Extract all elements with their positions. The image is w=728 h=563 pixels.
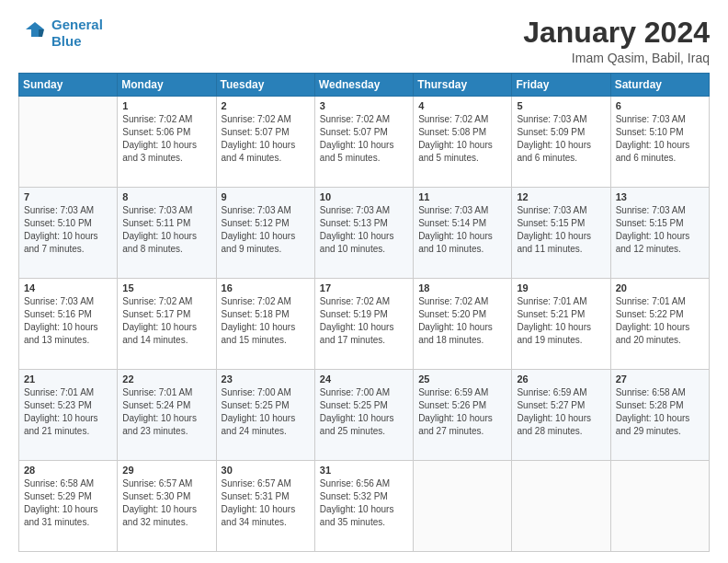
- day-info: Sunrise: 7:02 AMSunset: 5:19 PMDaylight:…: [320, 296, 394, 345]
- table-row: 4 Sunrise: 7:02 AMSunset: 5:08 PMDayligh…: [414, 97, 512, 188]
- day-number: 29: [122, 465, 210, 476]
- table-row: 19 Sunrise: 7:01 AMSunset: 5:21 PMDaylig…: [512, 279, 610, 370]
- day-number: 16: [222, 282, 310, 293]
- day-number: 11: [418, 191, 506, 202]
- day-info: Sunrise: 7:03 AMSunset: 5:10 PMDaylight:…: [24, 205, 98, 254]
- day-number: 5: [517, 100, 605, 111]
- table-row: 14 Sunrise: 7:03 AMSunset: 5:16 PMDaylig…: [19, 279, 118, 370]
- table-row: 26 Sunrise: 6:59 AMSunset: 5:27 PMDaylig…: [512, 370, 610, 461]
- day-number: 6: [616, 100, 704, 111]
- table-row: 25 Sunrise: 6:59 AMSunset: 5:26 PMDaylig…: [414, 370, 512, 461]
- svg-marker-1: [39, 29, 44, 37]
- day-info: Sunrise: 6:59 AMSunset: 5:27 PMDaylight:…: [517, 387, 591, 436]
- day-number: 14: [24, 282, 112, 293]
- header-row: Sunday Monday Tuesday Wednesday Thursday…: [19, 74, 710, 97]
- subtitle: Imam Qasim, Babil, Iraq: [523, 51, 710, 65]
- day-number: 23: [222, 373, 310, 385]
- table-row: 5 Sunrise: 7:03 AMSunset: 5:09 PMDayligh…: [512, 97, 610, 188]
- table-row: [414, 461, 512, 552]
- col-sunday: Sunday: [19, 74, 118, 97]
- day-info: Sunrise: 7:02 AMSunset: 5:07 PMDaylight:…: [320, 114, 394, 163]
- day-number: 8: [122, 191, 210, 202]
- day-number: 10: [320, 191, 408, 202]
- table-row: 13 Sunrise: 7:03 AMSunset: 5:15 PMDaylig…: [610, 188, 709, 279]
- table-row: 22 Sunrise: 7:01 AMSunset: 5:24 PMDaylig…: [118, 370, 216, 461]
- table-row: 7 Sunrise: 7:03 AMSunset: 5:10 PMDayligh…: [19, 188, 118, 279]
- day-info: Sunrise: 7:01 AMSunset: 5:23 PMDaylight:…: [24, 387, 98, 436]
- table-row: 24 Sunrise: 7:00 AMSunset: 5:25 PMDaylig…: [314, 370, 413, 461]
- day-info: Sunrise: 7:03 AMSunset: 5:13 PMDaylight:…: [320, 205, 394, 254]
- day-info: Sunrise: 7:03 AMSunset: 5:10 PMDaylight:…: [616, 114, 690, 163]
- col-thursday: Thursday: [414, 74, 512, 97]
- day-number: 20: [616, 282, 704, 293]
- logo: GeneralBlue: [18, 17, 103, 50]
- day-number: 18: [418, 282, 506, 293]
- day-number: 27: [616, 373, 704, 385]
- table-row: 23 Sunrise: 7:00 AMSunset: 5:25 PMDaylig…: [216, 370, 314, 461]
- table-row: 18 Sunrise: 7:02 AMSunset: 5:20 PMDaylig…: [414, 279, 512, 370]
- day-info: Sunrise: 7:02 AMSunset: 5:20 PMDaylight:…: [418, 296, 493, 345]
- day-info: Sunrise: 7:03 AMSunset: 5:16 PMDaylight:…: [24, 296, 98, 345]
- day-number: 3: [320, 100, 408, 111]
- table-row: 21 Sunrise: 7:01 AMSunset: 5:23 PMDaylig…: [19, 370, 118, 461]
- table-row: 20 Sunrise: 7:01 AMSunset: 5:22 PMDaylig…: [610, 279, 709, 370]
- logo-blue: Blue: [51, 33, 82, 49]
- table-row: 29 Sunrise: 6:57 AMSunset: 5:30 PMDaylig…: [118, 461, 216, 552]
- day-number: 28: [24, 465, 112, 476]
- table-row: 8 Sunrise: 7:03 AMSunset: 5:11 PMDayligh…: [118, 188, 216, 279]
- table-row: 2 Sunrise: 7:02 AMSunset: 5:07 PMDayligh…: [216, 97, 314, 188]
- col-saturday: Saturday: [610, 74, 709, 97]
- day-info: Sunrise: 6:58 AMSunset: 5:29 PMDaylight:…: [24, 478, 98, 527]
- table-row: 11 Sunrise: 7:03 AMSunset: 5:14 PMDaylig…: [414, 188, 512, 279]
- day-number: 26: [517, 373, 605, 385]
- day-number: 9: [222, 191, 310, 202]
- day-info: Sunrise: 7:03 AMSunset: 5:15 PMDaylight:…: [517, 205, 591, 254]
- header: GeneralBlue January 2024 Imam Qasim, Bab…: [18, 17, 710, 65]
- table-row: 17 Sunrise: 7:02 AMSunset: 5:19 PMDaylig…: [314, 279, 413, 370]
- day-info: Sunrise: 7:00 AMSunset: 5:25 PMDaylight:…: [222, 387, 296, 436]
- day-number: 2: [222, 100, 310, 111]
- day-info: Sunrise: 7:03 AMSunset: 5:09 PMDaylight:…: [517, 114, 591, 163]
- day-number: 7: [24, 191, 112, 202]
- day-info: Sunrise: 7:02 AMSunset: 5:07 PMDaylight:…: [222, 114, 296, 163]
- table-row: 16 Sunrise: 7:02 AMSunset: 5:18 PMDaylig…: [216, 279, 314, 370]
- table-row: 15 Sunrise: 7:02 AMSunset: 5:17 PMDaylig…: [118, 279, 216, 370]
- col-monday: Monday: [118, 74, 216, 97]
- col-tuesday: Tuesday: [216, 74, 314, 97]
- table-row: 1 Sunrise: 7:02 AMSunset: 5:06 PMDayligh…: [118, 97, 216, 188]
- day-info: Sunrise: 7:02 AMSunset: 5:08 PMDaylight:…: [418, 114, 493, 163]
- day-number: 12: [517, 191, 605, 202]
- main-title: January 2024: [523, 17, 710, 49]
- calendar-table: Sunday Monday Tuesday Wednesday Thursday…: [18, 73, 710, 552]
- day-number: 24: [320, 373, 408, 385]
- day-number: 15: [122, 282, 210, 293]
- day-number: 21: [24, 373, 112, 385]
- table-row: [610, 461, 709, 552]
- col-friday: Friday: [512, 74, 610, 97]
- day-info: Sunrise: 7:03 AMSunset: 5:11 PMDaylight:…: [122, 205, 197, 254]
- day-info: Sunrise: 7:01 AMSunset: 5:21 PMDaylight:…: [517, 296, 591, 345]
- day-info: Sunrise: 6:58 AMSunset: 5:28 PMDaylight:…: [616, 387, 690, 436]
- day-number: 19: [517, 282, 605, 293]
- day-number: 4: [418, 100, 506, 111]
- page: GeneralBlue January 2024 Imam Qasim, Bab…: [0, 0, 728, 563]
- day-info: Sunrise: 7:01 AMSunset: 5:24 PMDaylight:…: [122, 387, 197, 436]
- day-info: Sunrise: 7:02 AMSunset: 5:17 PMDaylight:…: [122, 296, 197, 345]
- table-row: 28 Sunrise: 6:58 AMSunset: 5:29 PMDaylig…: [19, 461, 118, 552]
- day-number: 13: [616, 191, 704, 202]
- logo-general: General: [51, 17, 103, 32]
- table-row: [19, 97, 118, 188]
- day-info: Sunrise: 7:03 AMSunset: 5:15 PMDaylight:…: [616, 205, 690, 254]
- title-block: January 2024 Imam Qasim, Babil, Iraq: [523, 17, 710, 65]
- table-row: 31 Sunrise: 6:56 AMSunset: 5:32 PMDaylig…: [314, 461, 413, 552]
- col-wednesday: Wednesday: [314, 74, 413, 97]
- table-row: [512, 461, 610, 552]
- table-row: 30 Sunrise: 6:57 AMSunset: 5:31 PMDaylig…: [216, 461, 314, 552]
- day-info: Sunrise: 6:57 AMSunset: 5:30 PMDaylight:…: [122, 478, 197, 527]
- day-info: Sunrise: 7:02 AMSunset: 5:06 PMDaylight:…: [122, 114, 197, 163]
- day-info: Sunrise: 7:03 AMSunset: 5:14 PMDaylight:…: [418, 205, 493, 254]
- day-number: 30: [222, 465, 310, 476]
- logo-text: GeneralBlue: [51, 17, 103, 50]
- table-row: 9 Sunrise: 7:03 AMSunset: 5:12 PMDayligh…: [216, 188, 314, 279]
- table-row: 10 Sunrise: 7:03 AMSunset: 5:13 PMDaylig…: [314, 188, 413, 279]
